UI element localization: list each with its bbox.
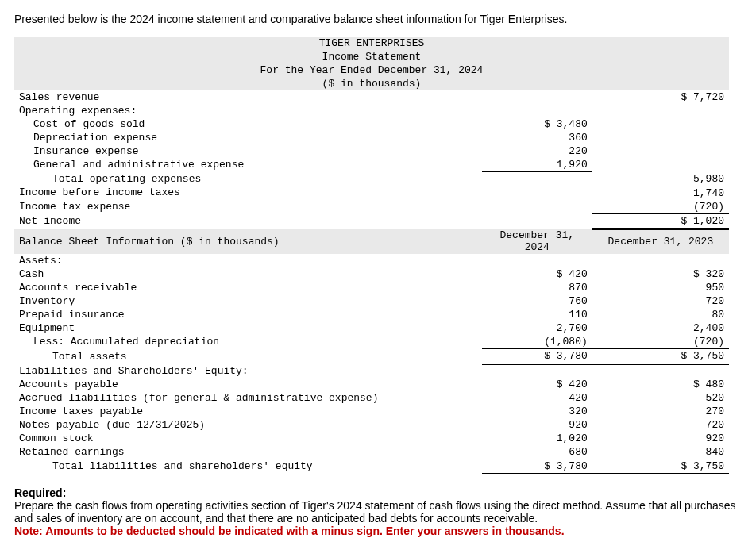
row-ppi-label: Prepaid insurance <box>14 308 482 321</box>
row-ins-label: Insurance expense <box>14 144 482 158</box>
row-itp-24: 320 <box>482 405 592 418</box>
required-note: Note: Amounts to be deducted should be i… <box>14 525 742 537</box>
row-re-24: 680 <box>482 445 592 459</box>
row-itp-label: Income taxes payable <box>14 405 482 418</box>
header-period: For the Year Ended December 31, 2024 <box>14 63 729 77</box>
row-itp-23: 270 <box>592 405 729 418</box>
row-cogs-value: $ 3,480 <box>482 117 592 131</box>
row-ppi-24: 110 <box>482 308 592 321</box>
row-ta-label: Total assets <box>14 349 482 364</box>
row-ibt-value: 1,740 <box>592 186 729 200</box>
row-ta-24: $ 3,780 <box>482 349 592 364</box>
row-ppi-23: 80 <box>592 308 729 321</box>
row-ni-value: $ 1,020 <box>592 213 729 229</box>
row-tax-value: (720) <box>592 200 729 214</box>
row-dep-label: Depreciation expense <box>14 131 482 144</box>
row-inv-23: 720 <box>592 294 729 308</box>
row-ar-23: 950 <box>592 281 729 294</box>
row-opex-label: Operating expenses: <box>14 104 482 117</box>
row-ga-value: 1,920 <box>482 158 592 172</box>
row-eq-24: 2,700 <box>482 321 592 335</box>
row-ap-23: $ 480 <box>592 378 729 391</box>
row-lse-label: Liabilities and Shareholders' Equity: <box>14 364 482 378</box>
row-re-23: 840 <box>592 445 729 459</box>
required-block: Required: Prepare the cash flows from op… <box>14 486 742 537</box>
row-cash-label: Cash <box>14 267 482 281</box>
row-dep-value: 360 <box>482 131 592 144</box>
row-cs-23: 920 <box>592 432 729 445</box>
row-ap-label: Accounts payable <box>14 378 482 391</box>
row-sales-label: Sales revenue <box>14 90 482 104</box>
bs-header-label: Balance Sheet Information ($ in thousand… <box>14 229 482 254</box>
row-np-23: 720 <box>592 418 729 432</box>
row-assets-label: Assets: <box>14 254 482 267</box>
cell-blank <box>482 90 592 104</box>
header-units: ($ in thousands) <box>14 77 729 90</box>
bs-header-col1: December 31, 2024 <box>482 229 592 254</box>
row-al-24: 420 <box>482 391 592 405</box>
row-ins-value: 220 <box>482 144 592 158</box>
row-total-opex-label: Total operating expenses <box>14 172 482 186</box>
row-ap-24: $ 420 <box>482 378 592 391</box>
row-tax-label: Income tax expense <box>14 200 482 214</box>
header-company: TIGER ENTERPRISES <box>14 37 729 50</box>
row-ar-label: Accounts receivable <box>14 281 482 294</box>
row-tlse-23: $ 3,750 <box>592 459 729 474</box>
row-ad-24: (1,080) <box>482 335 592 349</box>
row-eq-label: Equipment <box>14 321 482 335</box>
row-ar-24: 870 <box>482 281 592 294</box>
row-tlse-24: $ 3,780 <box>482 459 592 474</box>
row-np-label: Notes payable (due 12/31/2025) <box>14 418 482 432</box>
row-total-opex-value: 5,980 <box>592 172 729 186</box>
row-ibt-label: Income before income taxes <box>14 186 482 200</box>
row-ad-label: Less: Accumulated depreciation <box>14 335 482 349</box>
row-ta-23: $ 3,750 <box>592 349 729 364</box>
row-cash-23: $ 320 <box>592 267 729 281</box>
row-cs-24: 1,020 <box>482 432 592 445</box>
financial-table: TIGER ENTERPRISES Income Statement For t… <box>14 37 729 475</box>
row-np-24: 920 <box>482 418 592 432</box>
row-inv-24: 760 <box>482 294 592 308</box>
row-eq-23: 2,400 <box>592 321 729 335</box>
intro-text: Presented below is the 2024 income state… <box>14 13 742 25</box>
bs-header-col2: December 31, 2023 <box>592 229 729 254</box>
row-cs-label: Common stock <box>14 432 482 445</box>
header-title: Income Statement <box>14 50 729 63</box>
row-al-label: Accrued liabilities (for general & admin… <box>14 391 482 405</box>
row-re-label: Retained earnings <box>14 445 482 459</box>
required-text: Prepare the cash flows from operating ac… <box>14 499 742 525</box>
row-sales-value: $ 7,720 <box>592 90 729 104</box>
required-heading: Required: <box>14 486 66 499</box>
row-ga-label: General and administrative expense <box>14 158 482 172</box>
row-al-23: 520 <box>592 391 729 405</box>
row-tlse-label: Total liabilities and shareholders' equi… <box>14 459 482 474</box>
row-ad-23: (720) <box>592 335 729 349</box>
row-cogs-label: Cost of goods sold <box>14 117 482 131</box>
row-ni-label: Net income <box>14 213 482 229</box>
row-cash-24: $ 420 <box>482 267 592 281</box>
row-inv-label: Inventory <box>14 294 482 308</box>
